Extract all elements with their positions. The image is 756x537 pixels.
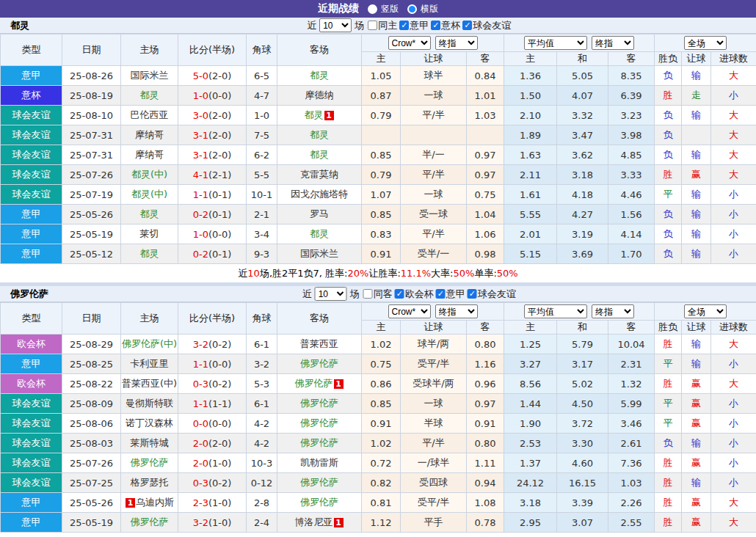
column-subheader: 进球数 <box>711 321 756 335</box>
home-team-name[interactable]: 格罗瑟托 <box>131 477 169 488</box>
league-filter[interactable]: 球会友谊 <box>462 19 511 32</box>
away-team-name[interactable]: 佛罗伦萨 <box>300 417 338 428</box>
league-filter[interactable]: 意杯 <box>431 19 460 32</box>
home-team-name[interactable]: 摩纳哥 <box>135 129 164 140</box>
date-cell: 25-07-31 <box>62 125 121 145</box>
handicap-odds-cell: 1.05 <box>362 66 401 86</box>
away-team-name[interactable]: 佛罗伦萨 <box>295 378 333 389</box>
away-team-name[interactable]: 都灵 <box>310 70 329 81</box>
home-team-name[interactable]: 曼彻斯特联 <box>126 398 173 409</box>
league-filter[interactable]: 意甲 <box>399 19 429 32</box>
home-team-cell: 佛罗伦萨(中) <box>121 335 178 354</box>
table-row: 球会友谊25-07-26都灵(中)4-1(2-1)5-5克雷莫纳0.79平/半0… <box>1 165 756 185</box>
home-team-name[interactable]: 诺丁汉森林 <box>126 417 173 428</box>
same-side-filter[interactable]: 同客 <box>363 288 393 301</box>
home-team-name[interactable]: 都灵(中) <box>131 189 167 200</box>
away-team-name[interactable]: 都灵 <box>305 109 324 120</box>
handicap-odds-cell: 一/球半 <box>401 453 467 473</box>
table-row: 球会友谊25-08-03莱斯特城2-0(2-0)4-2佛罗伦萨1.02平/半0.… <box>1 434 756 453</box>
halftime-score: (2-0) <box>208 438 231 449</box>
away-team-name[interactable]: 凯勒雷斯 <box>300 457 338 468</box>
radio-unchecked-icon[interactable] <box>368 4 377 14</box>
radio-horizontal-option[interactable]: 横版 <box>407 3 438 15</box>
home-team-name[interactable]: 普莱西亚(中) <box>122 378 177 389</box>
league-filter[interactable]: 欧会杯 <box>395 288 434 301</box>
league-filter[interactable]: 球会友谊 <box>468 288 516 301</box>
home-team-cell: 普莱西亚(中) <box>121 374 178 394</box>
home-team-name[interactable]: 佛罗伦萨 <box>131 457 169 468</box>
crow-odds-select[interactable]: Crow* <box>388 36 431 50</box>
league-filter[interactable]: 意甲 <box>436 288 465 301</box>
home-team-name[interactable]: 卡利亚里 <box>131 358 169 369</box>
away-team-name[interactable]: 国际米兰 <box>300 248 338 259</box>
away-team-name[interactable]: 佛罗伦萨 <box>300 358 338 369</box>
handicap-odds-cell: 0.80 <box>467 335 504 354</box>
checkbox-unchecked-icon[interactable] <box>363 289 373 299</box>
home-team-name[interactable]: 都灵(中) <box>131 169 167 180</box>
league-type-cell: 意甲 <box>1 205 62 224</box>
away-team-name[interactable]: 佛罗伦萨 <box>300 497 338 508</box>
radio-checked-icon[interactable] <box>407 4 417 14</box>
corners-cell: 10-3 <box>247 453 277 473</box>
final-index-select[interactable]: 终指 <box>592 36 634 50</box>
average-odds-select[interactable]: 平均值 <box>524 304 587 318</box>
average-odds-select[interactable]: 平均值 <box>524 36 587 50</box>
column-subheader: 主 <box>504 52 557 66</box>
final-index-select[interactable]: 终指 <box>592 304 634 318</box>
away-team-name[interactable]: 都灵 <box>310 129 329 140</box>
result-cell: 大 <box>711 145 756 165</box>
away-team-name[interactable]: 博洛尼亚 <box>295 516 333 527</box>
away-team-cell: 都灵1 <box>277 106 362 125</box>
full-match-select[interactable]: 全场 <box>684 36 727 50</box>
away-team-name[interactable]: 因戈尔施塔特 <box>291 189 348 200</box>
away-team-name[interactable]: 罗马 <box>310 208 329 219</box>
full-match-select[interactable]: 全场 <box>684 304 727 318</box>
result-cell: 赢 <box>682 414 711 434</box>
home-team-name[interactable]: 国际米兰 <box>131 70 169 81</box>
checkbox-unchecked-icon[interactable] <box>368 21 377 30</box>
match-count-select[interactable]: 10 <box>315 287 347 301</box>
home-team-name[interactable]: 都灵 <box>140 208 159 219</box>
halftime-score: (0-1) <box>208 209 231 220</box>
home-team-name[interactable]: 都灵 <box>140 248 159 259</box>
checkbox-checked-icon[interactable] <box>431 21 440 30</box>
home-team-name[interactable]: 乌迪内斯 <box>136 497 174 508</box>
checkbox-checked-icon[interactable] <box>462 21 472 30</box>
halftime-score: (0-0) <box>208 418 231 429</box>
result-cell: 胜 <box>655 86 682 106</box>
home-team-cell: 莱切 <box>121 224 178 244</box>
away-team-name[interactable]: 摩德纳 <box>305 90 334 101</box>
result-cell: 负 <box>655 66 682 86</box>
home-team-name[interactable]: 都灵 <box>140 90 159 101</box>
column-subheader: 客 <box>467 321 504 335</box>
column-subheader: 和 <box>557 321 608 335</box>
home-team-name[interactable]: 巴伦西亚 <box>131 109 169 120</box>
radio-vertical-option[interactable]: 竖版 <box>368 3 399 15</box>
away-team-name[interactable]: 克雷莫纳 <box>300 169 338 180</box>
checkbox-checked-icon[interactable] <box>468 289 477 299</box>
away-team-name[interactable]: 佛罗伦萨 <box>300 398 338 409</box>
away-team-name[interactable]: 佛罗伦萨 <box>300 437 338 448</box>
home-team-name[interactable]: 佛罗伦萨 <box>131 516 169 527</box>
away-team-name[interactable]: 都灵 <box>310 228 329 239</box>
away-team-name[interactable]: 都灵 <box>310 149 329 160</box>
handicap-odds-cell: 受半/一 <box>401 244 467 264</box>
home-team-name[interactable]: 摩纳哥 <box>135 149 164 160</box>
home-team-name[interactable]: 莱切 <box>140 228 159 239</box>
same-side-filter[interactable]: 同主 <box>368 19 397 32</box>
match-count-select[interactable]: 10 <box>319 18 352 32</box>
away-team-name[interactable]: 普莱西亚 <box>300 338 338 349</box>
checkbox-checked-icon[interactable] <box>395 289 404 299</box>
column-subheader: 胜负 <box>655 321 682 335</box>
home-team-name[interactable]: 莱斯特城 <box>131 437 169 448</box>
result-cell: 赢 <box>682 493 711 513</box>
final-index-select[interactable]: 终指 <box>435 36 478 50</box>
final-index-select[interactable]: 终指 <box>435 304 478 318</box>
crow-odds-select[interactable]: Crow* <box>388 304 431 318</box>
away-team-name[interactable]: 佛罗伦萨 <box>300 477 338 488</box>
checkbox-checked-icon[interactable] <box>436 289 446 299</box>
checkbox-checked-icon[interactable] <box>399 21 409 30</box>
table-row: 意甲25-08-26国际米兰5-0(2-0)6-5都灵1.05球半0.841.3… <box>1 66 756 86</box>
home-team-name[interactable]: 佛罗伦萨(中) <box>122 338 177 349</box>
average-odds-cell: 2.26 <box>608 493 655 513</box>
